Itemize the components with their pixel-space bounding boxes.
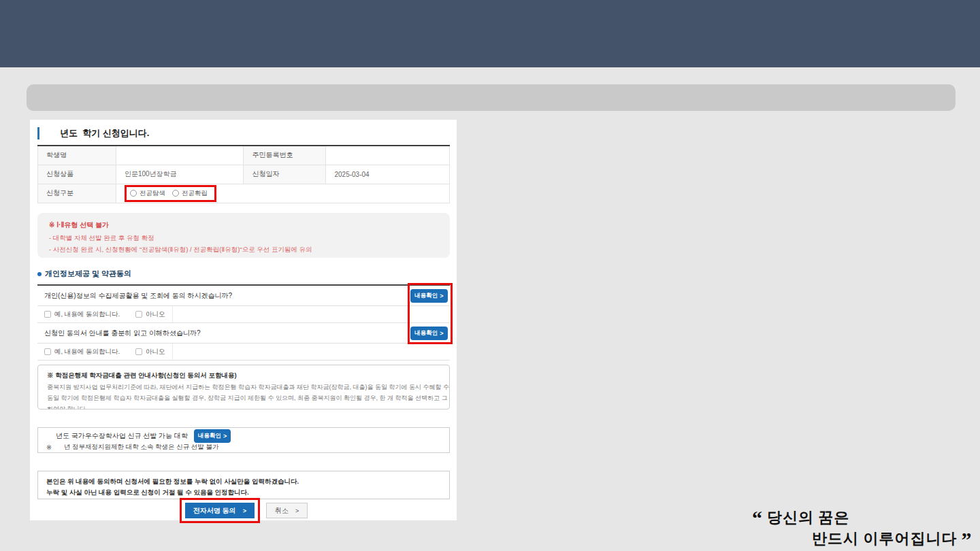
type-selection-notice-box: ※ Ⅰ·Ⅱ유형 선택 불가 - 대학별 자체 선발 완료 후 유형 확정 - 사… (37, 213, 450, 258)
apply-type-label: 신청구분 (38, 184, 116, 203)
action-buttons-row: 전자서명 동의> 취소> (37, 498, 450, 523)
student-name-label: 학생명 (38, 146, 116, 165)
close-quote-icon: ” (962, 528, 973, 550)
agreement-section-header: 개인정보제공 및 약관동의 (37, 269, 131, 279)
agreement-question-row: 신청인 동의서 안내를 충분히 읽고 이해하셨습니까? 내용확인> (37, 323, 450, 344)
application-panel: 년도 학기 신청입니다. 학생명 주민등록번호 신청상품 인문100년장학금 신… (30, 120, 457, 520)
resident-number-label: 주민등록번호 (244, 146, 326, 165)
agreement-section-title: 개인정보제공 및 약관동의 (45, 269, 131, 279)
radio-icon[interactable] (172, 190, 179, 197)
title-accent-bar (37, 127, 39, 139)
cancel-button[interactable]: 취소> (266, 503, 308, 518)
agreement-question-row: 개인(신용)정보의 수집제공활용 및 조회에 동의 하시겠습니까? 내용확인> (37, 286, 450, 306)
applicant-info-table: 학생명 주민등록번호 신청상품 인문100년장학금 신청일자 2025-03-0… (37, 145, 450, 203)
bank-notice-line: 중복지원 방지사업 업무처리기준에 따라, 재단에서 지급하는 학점은행 학습자… (47, 382, 440, 393)
button-cell: 내용확인> (408, 286, 450, 305)
agree-no-label: 아니오 (146, 348, 165, 356)
button-label: 내용확인 (414, 329, 438, 337)
bank-notice-line: 하여야 합니다. (47, 404, 440, 410)
view-content-button[interactable]: 내용확인> (410, 327, 447, 340)
apply-type-radio-group-highlight: 전공탐색 전공확립 (125, 185, 216, 202)
arrow-icon: > (295, 507, 299, 514)
agree-no-label: 아니오 (146, 310, 165, 319)
slogan-text: 반드시 이루어집니다 (812, 530, 958, 547)
arrow-icon: > (440, 293, 443, 299)
view-content-button[interactable]: 내용확인> (194, 429, 231, 443)
button-cell: 내용확인> (408, 323, 450, 343)
product-label: 신청상품 (38, 165, 116, 184)
bank-notice-line: 동일 학기에 학점은행제 학습자 학자금대출을 실행할 경우, 장학금 지급이 … (47, 393, 440, 404)
excellence-line2: ※ 년 정부재정지원제한 대학 소속 학생은 신규 선발 불가 (45, 442, 442, 452)
agreement-table: 개인(신용)정보의 수집제공활용 및 조회에 동의 하시겠습니까? 내용확인> … (37, 284, 450, 361)
answer-options: 예, 내용에 동의합니다. 아니오 (37, 348, 172, 356)
screen: 년도 학기 신청입니다. 학생명 주민등록번호 신청상품 인문100년장학금 신… (0, 0, 980, 551)
apply-type-cell: 전공탐색 전공확립 (116, 184, 449, 203)
excellence-restriction-text: 년 정부재정지원제한 대학 소속 학생은 신규 선발 불가 (64, 443, 218, 452)
button-label: 취소 (275, 506, 289, 516)
agree-yes-checkbox[interactable] (44, 348, 51, 355)
agree-no-checkbox[interactable] (135, 348, 142, 355)
page-title-row: 년도 학기 신청입니다. (37, 127, 149, 139)
excellence-line1: 년도 국가우수장학사업 신규 선발 가능 대학 내용확인> (45, 430, 442, 442)
section-bullet-icon (37, 272, 42, 276)
page-heading-bar (27, 84, 956, 111)
radio-label: 전공확립 (182, 189, 208, 198)
top-header-bar (0, 0, 980, 67)
arrow-icon: > (440, 330, 443, 337)
confirmation-line: 본인은 위 내용에 동의하며 신청서에 필요한 정보를 누락 없이 사실만을 입… (46, 476, 441, 487)
notice-line: - 대학별 자체 선발 완료 후 유형 확정 (49, 233, 438, 244)
table-row: 신청구분 전공탐색 전공확립 (38, 184, 450, 203)
asterisk-mark: ※ (46, 444, 52, 451)
slogan-text: 당신의 꿈은 (767, 509, 850, 526)
agreement-question: 개인(신용)정보의 수집제공활용 및 조회에 동의 하시겠습니까? (37, 291, 408, 301)
agree-yes-label: 예, 내용에 동의합니다. (54, 348, 120, 356)
excellence-scholarship-box: 년도 국가우수장학사업 신규 선발 가능 대학 내용확인> ※ 년 정부재정지원… (37, 427, 450, 453)
page-title: 년도 학기 신청입니다. (60, 127, 149, 139)
button-label: 전자서명 동의 (193, 506, 236, 516)
slogan-line2: 반드시 이루어집니다” (812, 529, 980, 549)
view-content-button[interactable]: 내용확인> (410, 289, 447, 303)
agree-yes-label: 예, 내용에 동의합니다. (54, 310, 120, 319)
final-confirmation-box: 본인은 위 내용에 동의하며 신청서에 필요한 정보를 누락 없이 사실만을 입… (37, 471, 450, 499)
credit-bank-notice-box: ※ 학점은행제 학자금대출 관련 안내사항(신청인 동의서 포함내용) 중복지원… (37, 365, 450, 410)
button-cell (172, 306, 214, 322)
apply-date-value: 2025-03-04 (326, 165, 450, 184)
arrow-icon: > (243, 507, 246, 514)
agreement-question: 신청인 동의서 안내를 충분히 읽고 이해하셨습니까? (37, 329, 408, 338)
arrow-icon: > (223, 433, 227, 439)
radio-label: 전공탐색 (140, 189, 165, 198)
agreement-answer-row: 예, 내용에 동의합니다. 아니오 (37, 306, 450, 323)
open-quote-icon: “ (752, 507, 763, 529)
slogan-line1: “당신의 꿈은 (752, 507, 980, 528)
agree-yes-checkbox[interactable] (44, 311, 51, 318)
button-label: 내용확인 (198, 432, 221, 440)
radio-option-major-explore[interactable]: 전공탐색 (130, 189, 165, 198)
notice-line: - 사전신청 완료 시, 신청현황에 "전공탐색(Ⅱ유형) / 전공확립(Ⅱ유형… (49, 244, 438, 256)
notice-title: ※ Ⅰ·Ⅱ유형 선택 불가 (49, 220, 438, 230)
agree-no-checkbox[interactable] (135, 311, 142, 318)
radio-option-major-establish[interactable]: 전공확립 (172, 189, 208, 198)
excellence-text: 년도 국가우수장학사업 신규 선발 가능 대학 (56, 431, 188, 441)
button-label: 내용확인 (414, 292, 438, 300)
bank-notice-title: ※ 학점은행제 학자금대출 관련 안내사항(신청인 동의서 포함내용) (47, 371, 440, 380)
confirmation-line: 누락 및 사실 아닌 내용 입력으로 신청이 거절 될 수 있음을 인정합니다. (46, 487, 441, 498)
button-cell (172, 344, 214, 360)
agreement-answer-row: 예, 내용에 동의합니다. 아니오 (37, 344, 450, 361)
apply-date-label: 신청일자 (244, 165, 326, 184)
table-row: 신청상품 인문100년장학금 신청일자 2025-03-04 (38, 165, 450, 184)
student-name-value (116, 146, 244, 165)
product-value: 인문100년장학금 (116, 165, 244, 184)
resident-number-value (326, 146, 450, 165)
answer-options: 예, 내용에 동의합니다. 아니오 (37, 310, 172, 319)
slogan-quote: “당신의 꿈은 반드시 이루어집니다” (752, 507, 980, 549)
table-row: 학생명 주민등록번호 (38, 146, 450, 165)
sign-button-highlight: 전자서명 동의> (180, 498, 260, 523)
radio-icon[interactable] (130, 190, 137, 197)
digital-signature-agree-button[interactable]: 전자서명 동의> (185, 503, 255, 518)
